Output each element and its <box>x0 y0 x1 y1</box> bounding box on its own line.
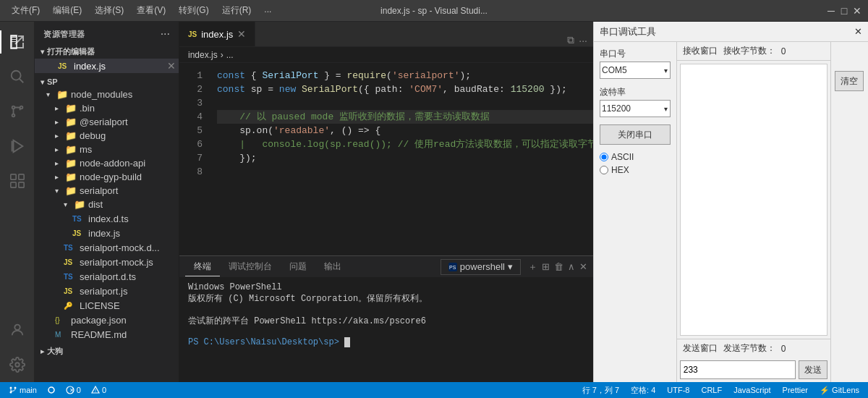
shell-selector[interactable]: PS powershell ▾ <box>441 259 521 275</box>
breadcrumb-file[interactable]: index.js <box>188 50 218 60</box>
search-icon[interactable] <box>0 59 35 94</box>
send-button[interactable]: 发送 <box>799 360 827 379</box>
port-select[interactable]: COM5 COM1 COM2 COM3 COM4 COM6 COM7 <box>600 62 671 79</box>
folder-arrow: ▾ <box>46 90 55 98</box>
sidebar-item-index-d-ts[interactable]: TS index.d.ts <box>35 211 179 226</box>
split-terminal-button[interactable]: ⊞ <box>542 261 550 272</box>
code-content[interactable]: const { SerialPort } = require('serialpo… <box>208 63 593 255</box>
close-editor-button[interactable]: ✕ <box>167 60 176 72</box>
close-panel-button[interactable]: ✕ <box>579 261 587 272</box>
menu-edit[interactable]: 编辑(E) <box>47 3 88 18</box>
terminal-prompt-line[interactable]: PS C:\Users\Naisu\Desktop\sp> <box>188 337 584 347</box>
dagou-header[interactable]: ▸ 大狗 <box>35 344 179 358</box>
status-sync[interactable] <box>44 386 59 394</box>
panel-tab-debug-console[interactable]: 调试控制台 <box>220 258 281 276</box>
sidebar-item-sp-mock-d-ts[interactable]: TS serialport-mock.d... <box>35 240 179 255</box>
status-encoding[interactable]: UTF-8 <box>664 386 692 394</box>
maximize-button[interactable]: □ <box>839 6 849 16</box>
sidebar-item-serialport-scope[interactable]: ▸ 📁 @serialport <box>35 115 179 129</box>
hex-radio[interactable] <box>600 166 608 174</box>
close-port-button[interactable]: 关闭串口 <box>600 124 671 145</box>
cursor-position: 行 7，列 7 <box>582 385 619 396</box>
editor-tab-index-js[interactable]: JS index.js ✕ <box>179 22 255 46</box>
status-spaces[interactable]: 空格: 4 <box>628 385 658 396</box>
sidebar-item-debug[interactable]: ▸ 📁 debug <box>35 129 179 143</box>
status-eol[interactable]: CRLF <box>698 386 725 394</box>
folder-icon: 📁 <box>65 172 77 182</box>
serial-panel-close[interactable]: ✕ <box>854 26 862 37</box>
folder-icon: 📁 <box>65 144 77 155</box>
status-language[interactable]: JavaScript <box>731 386 773 394</box>
menu-more[interactable]: ... <box>258 3 277 18</box>
baud-select[interactable]: 115200 9600 19200 38400 57600 230400 <box>600 100 671 117</box>
account-icon[interactable] <box>0 313 35 347</box>
folder-label: debug <box>80 130 106 141</box>
sidebar-more-button[interactable]: ··· <box>161 27 170 41</box>
sidebar-item-serialport[interactable]: ▾ 📁 serialport <box>35 184 179 198</box>
warning-icon: ! <box>91 386 100 394</box>
status-branch[interactable]: main <box>6 386 40 394</box>
settings-icon[interactable] <box>0 347 35 382</box>
open-editors-header[interactable]: ▾ 打开的编辑器 <box>35 45 179 59</box>
svg-point-18 <box>14 387 17 389</box>
breadcrumb-item[interactable]: ... <box>226 50 234 60</box>
sidebar-item-node-gyp-build[interactable]: ▸ 📁 node-gyp-build <box>35 170 179 184</box>
sidebar-item-dist-index-js[interactable]: JS index.js <box>35 226 179 240</box>
status-prettier[interactable]: Prettier <box>780 386 811 394</box>
file-label: serialport-mock.d... <box>80 242 160 253</box>
sidebar-item-package-json[interactable]: {} package.json <box>35 313 179 327</box>
sidebar-item-dist[interactable]: ▾ 📁 dist <box>35 198 179 211</box>
sidebar-item-bin[interactable]: ▸ 📁 .bin <box>35 101 179 115</box>
sidebar-item-node-modules[interactable]: ▾ 📁 node_modules <box>35 88 179 101</box>
menu-run[interactable]: 运行(R) <box>216 3 258 18</box>
sidebar-item-ms[interactable]: ▸ 📁 ms <box>35 143 179 156</box>
receive-area[interactable] <box>680 64 827 336</box>
delete-terminal-button[interactable]: 🗑 <box>554 261 563 272</box>
panel-tab-terminal[interactable]: 终端 <box>185 258 220 276</box>
source-control-icon[interactable] <box>0 94 35 129</box>
menu-file[interactable]: 文件(F) <box>6 3 46 18</box>
send-input[interactable] <box>680 360 796 379</box>
hex-radio-label[interactable]: HEX <box>600 165 671 175</box>
tab-close-button[interactable]: ✕ <box>237 28 246 40</box>
close-button[interactable]: ✕ <box>852 6 862 16</box>
sidebar-item-sp-js[interactable]: JS serialport.js <box>35 284 179 298</box>
code-editor[interactable]: 1 2 3 4 5 6 7 8 const { SerialPort } = r… <box>179 63 593 255</box>
maximize-panel-button[interactable]: ∧ <box>568 261 575 272</box>
folder-label: node-addon-api <box>80 158 145 169</box>
open-editor-index-js[interactable]: JS index.js ✕ <box>35 59 179 73</box>
ascii-radio-label[interactable]: ASCII <box>600 152 671 162</box>
status-errors[interactable]: ✕ 0 <box>63 386 84 394</box>
explorer-icon[interactable] <box>0 25 35 59</box>
sidebar-item-node-addon-api[interactable]: ▸ 📁 node-addon-api <box>35 156 179 170</box>
extensions-icon[interactable] <box>0 164 35 198</box>
sidebar-item-sp-mock-js[interactable]: JS serialport-mock.js <box>35 255 179 269</box>
svg-point-1 <box>11 71 20 80</box>
folder-label: node_modules <box>71 89 132 100</box>
status-warnings[interactable]: ! 0 <box>88 386 109 394</box>
svg-rect-9 <box>10 174 15 179</box>
warning-count: 0 <box>102 386 106 394</box>
code-line-7: }); <box>217 151 593 165</box>
split-editor-button[interactable]: ⧉ <box>567 34 574 46</box>
breadcrumb: index.js › ... <box>179 47 593 63</box>
panel-tab-output[interactable]: 输出 <box>315 258 350 276</box>
minimize-button[interactable]: ─ <box>826 6 836 16</box>
terminal-content[interactable]: Windows PowerShell 版权所有 (C) Microsoft Co… <box>179 278 593 382</box>
ascii-radio[interactable] <box>600 153 608 161</box>
status-gitlens[interactable]: ⚡ GitLens <box>817 386 862 395</box>
menu-goto[interactable]: 转到(G) <box>173 3 214 18</box>
sidebar-item-readme[interactable]: M README.md <box>35 327 179 342</box>
panel-tab-problems[interactable]: 问题 <box>281 258 315 276</box>
menu-select[interactable]: 选择(S) <box>89 3 129 18</box>
menu-view[interactable]: 查看(V) <box>131 3 171 18</box>
folder-label: dist <box>88 199 103 210</box>
sidebar-item-license[interactable]: 🔑 LICENSE <box>35 298 179 313</box>
sp-header[interactable]: ▾ SP <box>35 76 179 88</box>
more-actions-button[interactable]: ··· <box>579 35 587 46</box>
add-terminal-button[interactable]: ＋ <box>528 261 537 274</box>
status-cursor[interactable]: 行 7，列 7 <box>579 385 622 396</box>
run-icon[interactable] <box>0 129 35 164</box>
sidebar-item-sp-d-ts[interactable]: TS serialport.d.ts <box>35 269 179 284</box>
clear-button[interactable]: 清空 <box>835 71 864 91</box>
